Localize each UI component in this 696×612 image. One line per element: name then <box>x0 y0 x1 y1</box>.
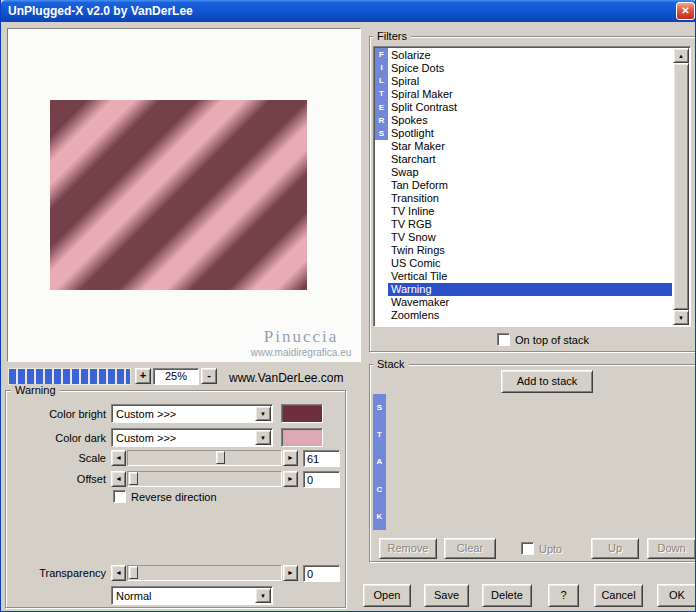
watermark-url: www.maidiregrafica.eu <box>216 347 386 358</box>
filter-item[interactable]: Swap <box>388 166 672 179</box>
up-button[interactable]: Up <box>591 538 639 559</box>
color-dark-combo[interactable]: Custom >>> ▼ <box>111 428 273 447</box>
blend-mode-dropdown-button[interactable]: ▼ <box>255 588 271 603</box>
filter-item[interactable]: Twin Rings <box>388 244 672 257</box>
add-to-stack-button[interactable]: Add to stack <box>501 370 593 393</box>
window-title: UnPlugged-X v2.0 by VanDerLee <box>8 4 193 18</box>
filter-item[interactable]: Warning <box>388 283 672 296</box>
plugin-window: UnPlugged-X v2.0 by VanDerLee ✕ Pinuccia… <box>0 0 696 612</box>
blend-mode-combo[interactable]: Normal ▼ <box>111 586 273 605</box>
ok-button[interactable]: OK <box>657 584 696 607</box>
scale-slider[interactable] <box>127 450 282 466</box>
close-icon: ✕ <box>681 0 689 22</box>
progress-fill <box>9 369 130 384</box>
filter-item[interactable]: Wavemaker <box>388 296 672 309</box>
offset-left-button[interactable]: ◄ <box>111 471 126 487</box>
offset-right-button[interactable]: ► <box>283 471 298 487</box>
filter-item[interactable]: Spiral Maker <box>388 88 672 101</box>
scale-input[interactable] <box>303 450 340 467</box>
transparency-left-button[interactable]: ◄ <box>111 565 126 581</box>
offset-slider[interactable] <box>127 471 282 487</box>
transparency-right-button[interactable]: ► <box>283 565 298 581</box>
color-bright-swatch[interactable] <box>281 404 323 423</box>
on-top-of-stack-checkbox[interactable] <box>497 333 510 346</box>
filter-items-container: SolarizeSpice DotsSpiralSpiral MakerSpli… <box>388 49 672 322</box>
filter-item[interactable]: Zoomlens <box>388 309 672 322</box>
scale-label: Scale <box>9 452 106 464</box>
filters-list[interactable]: FILTERS SolarizeSpice DotsSpiralSpiral M… <box>373 46 691 327</box>
preview-panel[interactable] <box>7 28 361 362</box>
scrollbar-thumb[interactable] <box>673 63 689 310</box>
transparency-label: Transparency <box>9 567 106 579</box>
filter-item[interactable]: Tan Deform <box>388 179 672 192</box>
filter-item[interactable]: Vertical Tile <box>388 270 672 283</box>
close-button[interactable]: ✕ <box>676 2 695 20</box>
down-button[interactable]: Down <box>647 538 696 559</box>
arrow-right-icon: ► <box>287 569 294 576</box>
filters-group-label: Filters <box>373 30 411 42</box>
offset-label: Offset <box>9 473 106 485</box>
filters-side-label: FILTERS <box>375 48 388 140</box>
color-bright-dropdown-button[interactable]: ▼ <box>255 406 271 421</box>
stack-group-label: Stack <box>373 358 409 370</box>
delete-button[interactable]: Delete <box>482 584 532 607</box>
zoom-in-button[interactable]: + <box>135 368 151 384</box>
scroll-down-button[interactable]: ▼ <box>673 310 689 325</box>
help-button[interactable]: ? <box>548 584 579 607</box>
color-dark-label: Color dark <box>9 432 106 444</box>
color-dark-swatch[interactable] <box>281 428 323 447</box>
zoom-level: 25% <box>153 368 199 385</box>
stack-side-label: STACK <box>373 394 386 530</box>
save-button[interactable]: Save <box>424 584 469 607</box>
arrow-left-icon: ◄ <box>115 454 122 461</box>
filter-item[interactable]: US Comic <box>388 257 672 270</box>
zoom-out-button[interactable]: - <box>201 368 217 384</box>
transparency-slider-thumb[interactable] <box>129 566 138 579</box>
upto-checkbox[interactable] <box>521 542 534 555</box>
on-top-of-stack-label: On top of stack <box>515 334 589 346</box>
remove-button[interactable]: Remove <box>379 538 437 559</box>
blend-mode-value: Normal <box>116 590 151 602</box>
color-bright-value: Custom >>> <box>116 408 176 420</box>
filter-item[interactable]: Star Maker <box>388 140 672 153</box>
arrow-right-icon: ► <box>287 454 294 461</box>
filter-item[interactable]: Spiral <box>388 75 672 88</box>
chevron-down-icon: ▼ <box>260 411 266 417</box>
chevron-down-icon: ▼ <box>260 593 266 599</box>
filter-item[interactable]: Transition <box>388 192 672 205</box>
filter-item[interactable]: Starchart <box>388 153 672 166</box>
filter-item[interactable]: TV Snow <box>388 231 672 244</box>
color-bright-combo[interactable]: Custom >>> ▼ <box>111 404 273 423</box>
watermark-name: Pinuccia <box>221 327 381 347</box>
scale-left-button[interactable]: ◄ <box>111 450 126 466</box>
color-dark-dropdown-button[interactable]: ▼ <box>255 430 271 445</box>
transparency-input[interactable] <box>303 565 340 582</box>
color-bright-label: Color bright <box>9 408 106 420</box>
offset-input[interactable] <box>303 471 340 488</box>
cancel-button[interactable]: Cancel <box>594 584 643 607</box>
chevron-down-icon: ▼ <box>260 435 266 441</box>
website-text: www.VanDerLee.com <box>229 371 344 385</box>
filter-item[interactable]: Spice Dots <box>388 62 672 75</box>
scroll-up-button[interactable]: ▲ <box>673 48 689 63</box>
arrow-left-icon: ◄ <box>115 475 122 482</box>
filter-item[interactable]: TV RGB <box>388 218 672 231</box>
scale-slider-thumb[interactable] <box>216 451 225 464</box>
filters-scrollbar[interactable]: ▲ ▼ <box>673 48 689 325</box>
warning-group-label: Warning <box>11 384 60 396</box>
filter-item[interactable]: Solarize <box>388 49 672 62</box>
reverse-direction-checkbox[interactable] <box>113 490 126 503</box>
scroll-up-icon: ▲ <box>678 53 684 59</box>
filter-item[interactable]: Split Contrast <box>388 101 672 114</box>
clear-button[interactable]: Clear <box>444 538 496 559</box>
open-button[interactable]: Open <box>363 584 411 607</box>
reverse-direction-label: Reverse direction <box>131 491 217 503</box>
transparency-slider[interactable] <box>127 565 282 581</box>
offset-slider-thumb[interactable] <box>129 472 138 485</box>
titlebar[interactable]: UnPlugged-X v2.0 by VanDerLee ✕ <box>1 0 696 22</box>
scale-right-button[interactable]: ► <box>283 450 298 466</box>
filter-item[interactable]: Spotlight <box>388 127 672 140</box>
arrow-right-icon: ► <box>287 475 294 482</box>
filter-item[interactable]: Spokes <box>388 114 672 127</box>
filter-item[interactable]: TV Inline <box>388 205 672 218</box>
